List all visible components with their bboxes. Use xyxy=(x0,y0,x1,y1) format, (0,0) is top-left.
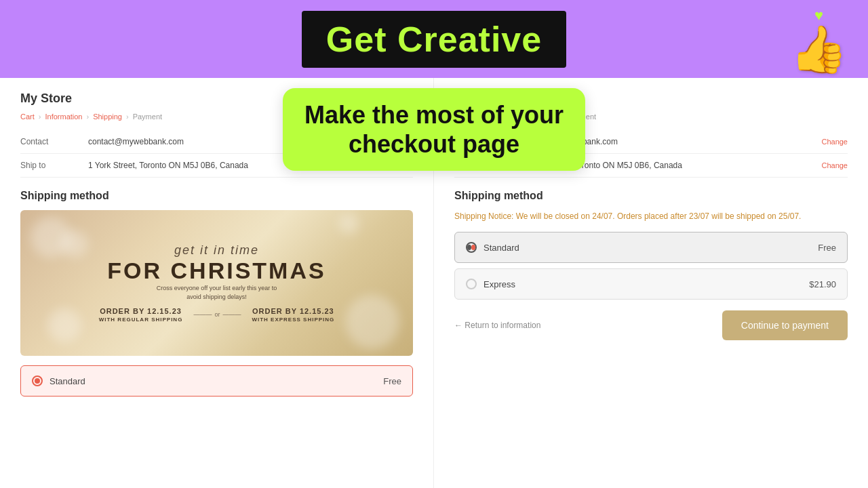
right-standard-label: Standard xyxy=(484,243,818,253)
return-to-info-link[interactable]: ← Return to information xyxy=(454,321,540,330)
shipping-notice: Shipping Notice: We will be closed on 24… xyxy=(454,210,848,222)
banner-bottom: ORDER BY 12.15.23 WITH REGULAR SHIPPING … xyxy=(99,307,335,323)
breadcrumb-information[interactable]: Information xyxy=(45,113,82,121)
ship-to-label: Ship to xyxy=(20,161,75,170)
banner-express-group: ORDER BY 12.15.23 WITH EXPRESS SHIPPING xyxy=(252,307,334,323)
tooltip-line1: Make the most of your checkout page xyxy=(304,100,564,159)
thumbs-decoration: ♥ 👍 xyxy=(790,7,848,72)
banner-italic-text: get it in time xyxy=(174,243,259,258)
standard-price: Free xyxy=(383,376,401,386)
banner-regular-date: ORDER BY 12.15.23 xyxy=(100,307,182,315)
tooltip-overlay: Make the most of your checkout page xyxy=(283,88,585,171)
standard-label: Standard xyxy=(50,376,383,386)
header-title: Get Creative xyxy=(326,20,542,59)
right-standard-radio[interactable] xyxy=(466,242,477,253)
banner-sub-text: Cross everyone off your list early this … xyxy=(156,284,278,301)
banner-express-date: ORDER BY 12.15.23 xyxy=(252,307,334,315)
christmas-banner: get it in time FOR CHRISTMAS Cross every… xyxy=(20,210,413,356)
banner-dividers: ——— or ——— xyxy=(193,311,241,318)
header: Get Creative ♥ 👍 xyxy=(0,0,868,78)
right-contact-change[interactable]: Change xyxy=(821,138,848,146)
right-express-radio[interactable] xyxy=(466,279,477,289)
continue-to-payment-button[interactable]: Continue to payment xyxy=(722,310,848,340)
left-shipping-title: Shipping method xyxy=(20,190,413,202)
sep3: › xyxy=(126,113,129,121)
right-shipping-title: Shipping method xyxy=(454,190,848,202)
banner-big-text: FOR CHRISTMAS xyxy=(107,258,326,284)
sep1: › xyxy=(39,113,41,121)
banner-express-label: WITH EXPRESS SHIPPING xyxy=(252,317,334,323)
right-express-option[interactable]: Express $21.90 xyxy=(454,268,848,300)
breadcrumb-cart[interactable]: Cart xyxy=(20,113,35,121)
right-express-price: $21.90 xyxy=(809,279,836,289)
right-standard-price: Free xyxy=(818,243,836,253)
left-standard-option[interactable]: Standard Free xyxy=(20,365,413,396)
banner-regular-label: WITH REGULAR SHIPPING xyxy=(99,317,183,323)
contact-label: Contact xyxy=(20,137,75,146)
standard-radio[interactable] xyxy=(32,375,43,386)
thumbs-up-icon: 👍 xyxy=(790,26,848,72)
heart-icon: ♥ xyxy=(814,7,823,24)
bottom-navigation: ← Return to information Continue to paym… xyxy=(454,310,848,340)
right-ship-to-change[interactable]: Change xyxy=(821,161,848,169)
right-express-label: Express xyxy=(484,279,809,289)
breadcrumb-shipping[interactable]: Shipping xyxy=(93,113,122,121)
banner-regular-group: ORDER BY 12.15.23 WITH REGULAR SHIPPING xyxy=(99,307,183,323)
right-standard-option[interactable]: Standard Free xyxy=(454,232,848,263)
title-box: Get Creative xyxy=(302,11,566,68)
banner-or: or xyxy=(214,311,220,318)
sep2: › xyxy=(86,113,89,121)
breadcrumb-payment: Payment xyxy=(133,113,162,121)
